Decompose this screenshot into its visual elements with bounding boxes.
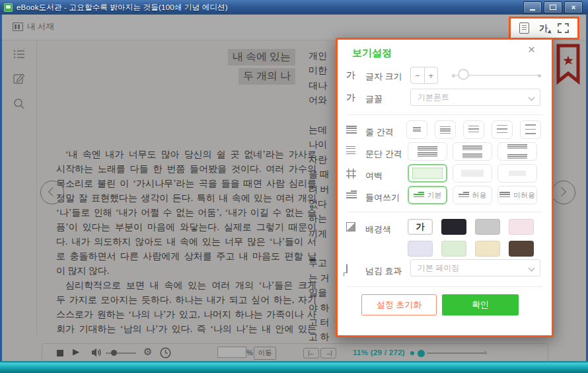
- bg-swatch-white[interactable]: 가: [408, 219, 433, 235]
- indent-label: 들여쓰기: [365, 192, 400, 204]
- confirm-button[interactable]: 확인: [442, 294, 519, 315]
- app-logo-icon: [4, 3, 13, 12]
- paragraph-spacing-label: 문단 간격: [365, 148, 402, 160]
- background-color-icon: [346, 222, 355, 231]
- font-size-increase-button[interactable]: +: [425, 67, 438, 83]
- paragraph-spacing-option-1[interactable]: [408, 142, 447, 161]
- maximize-button[interactable]: [544, 1, 562, 13]
- minimize-icon: [530, 9, 535, 11]
- panel-close-icon[interactable]: ×: [528, 43, 535, 56]
- indent-options: 기본 허용 미허용: [408, 186, 537, 204]
- bg-swatch-char: 가: [416, 221, 425, 233]
- font-size-label: 글자 크기: [365, 71, 402, 83]
- panel-divider: [347, 286, 542, 287]
- bg-swatch-dark[interactable]: [441, 219, 466, 235]
- bg-swatch-pink[interactable]: [509, 219, 534, 235]
- view-settings-icon[interactable]: 가: [539, 22, 548, 34]
- close-button[interactable]: ×: [564, 1, 583, 13]
- font-size-slider-knob[interactable]: [458, 69, 469, 80]
- indent-option-default-selected[interactable]: 기본: [408, 186, 447, 204]
- reset-settings-button[interactable]: 설정 초기화: [361, 294, 437, 315]
- page-effect-label: 넘김 효과: [365, 265, 402, 277]
- bg-swatch-gray[interactable]: [475, 219, 500, 235]
- bg-swatch-brown[interactable]: [509, 241, 534, 257]
- line-spacing-icon: [346, 126, 357, 134]
- view-tools-highlight-group: 가: [509, 17, 579, 40]
- font-family-value: 기본폰트: [418, 92, 449, 103]
- panel-divider: [347, 114, 542, 115]
- chevron-down-icon: [529, 265, 535, 272]
- maximize-icon: [550, 5, 556, 10]
- indent-option-allow[interactable]: 허용: [453, 186, 492, 204]
- bg-swatch-lavender[interactable]: [408, 241, 433, 257]
- margin-icon: [346, 169, 356, 179]
- margin-option-2[interactable]: [453, 164, 492, 183]
- line-spacing-label: 줄 간격: [365, 126, 394, 138]
- line-spacing-options: [406, 120, 541, 139]
- margin-option-3[interactable]: [497, 164, 537, 183]
- panel-divider: [347, 212, 542, 212]
- app-window: eBook도서관 - 고요할수록 밝아지는 것들(100쇄 기념 에디션) × …: [0, 0, 588, 373]
- indent-option-label: 미허용: [513, 190, 535, 200]
- bg-swatch-row-2: [408, 241, 534, 257]
- line-spacing-option-2[interactable]: [435, 120, 456, 139]
- margin-label: 여백: [365, 170, 383, 182]
- line-spacing-option-5[interactable]: [520, 120, 541, 139]
- view-settings-panel: 보기설정 × 가 글자 크기 − + 가 글꼴 기본폰트 줄 간격: [336, 38, 554, 337]
- page-info-icon-lines: [522, 25, 527, 31]
- font-size-decrease-button[interactable]: −: [411, 67, 425, 83]
- line-spacing-option-1[interactable]: [406, 120, 427, 139]
- page-info-icon[interactable]: [519, 22, 529, 34]
- app-content: 내 서재 내 속에 있는 두 개의 나 ‘내 속엔 내가 너무도 많아 당신의 …: [2, 15, 586, 361]
- paragraph-spacing-options: [408, 142, 537, 161]
- page-effect-dropdown[interactable]: 기본 페이징: [410, 259, 540, 276]
- margin-option-1-selected[interactable]: [408, 164, 447, 183]
- bg-swatch-row-1: 가: [408, 219, 534, 235]
- font-size-stepper: − +: [410, 67, 438, 84]
- line-spacing-option-4[interactable]: [492, 120, 513, 139]
- indent-option-disallow[interactable]: 미허용: [497, 186, 537, 204]
- minimize-button[interactable]: [523, 1, 542, 13]
- page-effect-icon: [346, 264, 348, 276]
- window-title: eBook도서관 - 고요할수록 밝아지는 것들(100쇄 기념 에디션): [17, 3, 228, 13]
- fullscreen-icon[interactable]: [558, 23, 569, 33]
- paragraph-spacing-option-2[interactable]: [453, 142, 492, 161]
- font-family-icon: 가: [346, 92, 355, 104]
- indent-option-label: 기본: [427, 190, 442, 200]
- window-bottom-frame: [0, 361, 588, 373]
- background-color-label: 배경색: [365, 224, 391, 235]
- font-size-icon: 가: [346, 69, 355, 81]
- bg-swatch-cream[interactable]: [475, 241, 500, 257]
- paragraph-spacing-icon: [346, 146, 355, 155]
- chevron-down-icon: [529, 95, 535, 101]
- title-bar: eBook도서관 - 고요할수록 밝아지는 것들(100쇄 기념 에디션) ×: [0, 0, 588, 15]
- margin-options: [408, 164, 537, 183]
- paragraph-spacing-option-3[interactable]: [497, 142, 537, 161]
- font-family-label: 글꼴: [365, 93, 383, 105]
- font-size-slider-max-dot: [538, 74, 541, 77]
- close-icon: ×: [571, 4, 575, 11]
- indent-icon: [346, 190, 357, 200]
- bg-swatch-green[interactable]: [441, 241, 466, 257]
- font-family-dropdown[interactable]: 기본폰트: [410, 89, 540, 106]
- indent-option-label: 허용: [472, 190, 487, 200]
- page-effect-value: 기본 페이징: [418, 263, 459, 274]
- line-spacing-option-3[interactable]: [463, 120, 484, 139]
- panel-title: 보기설정: [352, 47, 392, 60]
